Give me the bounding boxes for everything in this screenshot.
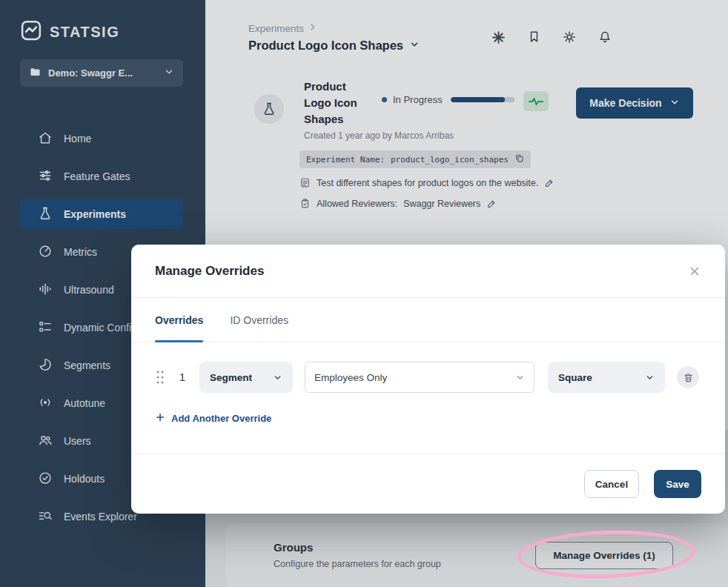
delete-override-button[interactable] xyxy=(677,366,699,388)
save-button[interactable]: Save xyxy=(654,470,701,498)
add-another-override-button[interactable]: Add Another Override xyxy=(155,412,701,425)
modal-footer: Cancel Save xyxy=(131,454,725,514)
tab-overrides[interactable]: Overrides xyxy=(155,298,203,342)
add-another-override-label: Add Another Override xyxy=(171,413,271,424)
override-group-dropdown[interactable]: Square xyxy=(548,362,665,393)
cancel-button[interactable]: Cancel xyxy=(584,470,639,498)
override-target-value: Employees Only xyxy=(314,372,387,383)
override-type-dropdown[interactable]: Segment xyxy=(199,362,293,393)
close-icon[interactable] xyxy=(688,265,701,278)
manage-overrides-modal: Manage Overrides Overrides ID Overrides … xyxy=(131,245,725,514)
chevron-down-icon xyxy=(645,373,655,382)
override-group-label: Square xyxy=(558,372,592,383)
chevron-down-icon xyxy=(273,373,282,382)
override-row: 1 Segment Employees Only Square xyxy=(155,362,701,393)
modal-tabs: Overrides ID Overrides xyxy=(131,298,725,342)
chevron-down-icon xyxy=(515,373,525,382)
trash-icon xyxy=(683,372,694,383)
override-type-label: Segment xyxy=(210,372,252,383)
modal-header: Manage Overrides xyxy=(131,245,725,298)
statsig-console: STATSIG Demo: Swaggr E... Home Feature G… xyxy=(0,0,728,587)
override-index: 1 xyxy=(177,371,188,383)
modal-title: Manage Overrides xyxy=(155,264,264,279)
modal-body: 1 Segment Employees Only Square xyxy=(131,342,725,425)
override-target-select[interactable]: Employees Only xyxy=(305,362,535,393)
tab-id-overrides[interactable]: ID Overrides xyxy=(230,298,288,342)
plus-icon xyxy=(155,412,165,425)
drag-handle-icon[interactable] xyxy=(155,369,165,385)
